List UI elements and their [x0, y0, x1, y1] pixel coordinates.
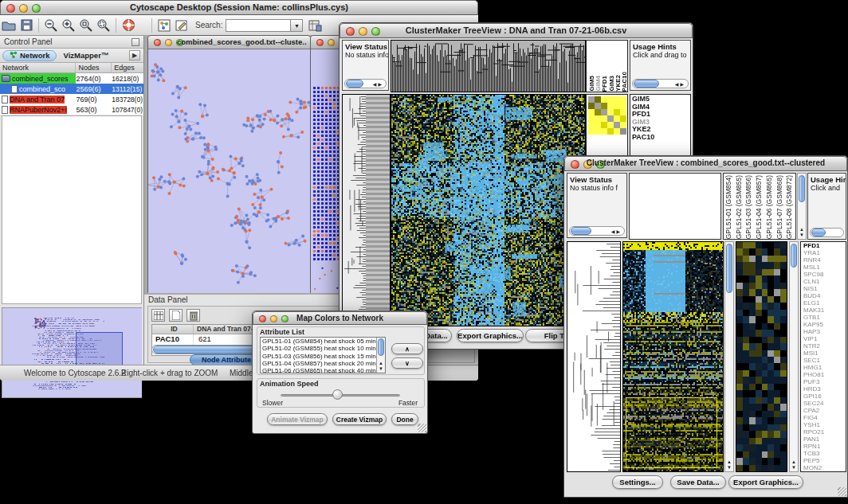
scrollbar-thumb[interactable] — [799, 175, 805, 202]
tv2-column-dendrogram[interactable] — [629, 173, 721, 240]
gene-label[interactable]: BUD4 — [803, 292, 846, 299]
matrix-cell[interactable] — [595, 109, 601, 115]
scrollbar-arrows[interactable]: ◀▶ — [373, 81, 386, 87]
new-attribute-icon[interactable] — [169, 309, 183, 322]
matrix-cell[interactable] — [614, 96, 620, 103]
gene-label[interactable]: HMG1 — [803, 364, 846, 371]
tab-overflow-button[interactable]: ▶ — [129, 50, 140, 61]
attribute-list-item[interactable]: GPL51-01 (GSM854) heat shock 05 min — [261, 338, 385, 345]
tab-network[interactable]: Network — [2, 50, 57, 61]
scrollbar-arrows[interactable]: ▲▼ — [725, 459, 733, 471]
scrollbar-thumb[interactable] — [811, 229, 826, 236]
treeview1-titlebar[interactable]: ClusterMaker TreeView : DNA and Tran 07-… — [340, 23, 693, 38]
gene-label[interactable]: TCB3 — [803, 450, 846, 457]
network-row[interactable]: DNA and Tran 07769(0)183728(0) — [0, 94, 143, 104]
resize-grip[interactable] — [838, 487, 846, 496]
gene-label[interactable]: SPC98 — [803, 271, 846, 278]
matrix-cell[interactable] — [620, 122, 626, 128]
network-overview-canvas[interactable] — [2, 308, 142, 397]
minimize-button[interactable] — [165, 39, 172, 46]
gene-label[interactable]: GTB1 — [803, 314, 846, 321]
attribute-list-item[interactable]: GPL51-03 (GSM856) heat shock 15 min — [261, 353, 385, 360]
attribute-list-item[interactable]: GPL51-02 (GSM855) heat shock 10 min — [261, 345, 385, 352]
attribute-list[interactable]: GPL51-01 (GSM854) heat shock 05 minGPL51… — [260, 337, 386, 373]
move-up-button[interactable]: ∧ — [391, 343, 423, 354]
tv2-gene-list[interactable]: PFD1YRA1RNR4MSL1SPC98CLN1NIS1BUD4ELG1MAK… — [800, 241, 846, 472]
scrollbar-thumb[interactable] — [791, 244, 797, 268]
scrollbar-arrows[interactable]: ▲▼ — [798, 227, 806, 238]
matrix-cell[interactable] — [601, 109, 607, 115]
attribute-list-item[interactable]: GPL51-04 (GSM857) heat shock 20 min — [261, 360, 385, 367]
animate-vizmap-button[interactable]: Animate Vizmap — [267, 413, 328, 425]
gene-label[interactable]: PEP5 — [803, 457, 846, 464]
gene-label[interactable]: PHO81 — [803, 371, 846, 378]
matrix-cell[interactable] — [601, 103, 607, 109]
matrix-cell[interactable] — [595, 128, 601, 135]
gene-label[interactable]: NTR2 — [803, 342, 846, 350]
gene-label[interactable]: MSL1 — [803, 264, 846, 271]
matrix-cell[interactable] — [620, 96, 626, 103]
gene-label[interactable]: RNR4 — [803, 256, 846, 264]
float-panel-icon[interactable] — [132, 38, 139, 46]
matrix-cell[interactable] — [607, 122, 614, 128]
gene-label[interactable]: PUF3 — [803, 378, 846, 385]
attribute-list-item[interactable]: GPL51-06 (GSM865) heat shock 40 min — [261, 367, 385, 373]
gene-label[interactable]: PAN1 — [803, 436, 846, 443]
matrix-cell[interactable] — [601, 122, 607, 128]
scrollbar-thumb[interactable] — [346, 80, 363, 88]
matrix-cell[interactable] — [614, 128, 620, 135]
tv2-zoom-heatmap[interactable] — [736, 241, 787, 472]
gene-label[interactable]: MON2 — [803, 464, 846, 471]
zoom-out-icon[interactable] — [42, 18, 60, 33]
gene-label[interactable]: GPI16 — [803, 393, 846, 400]
gene-label[interactable]: CLN1 — [803, 278, 846, 285]
gene-label[interactable]: YRA1 — [803, 249, 846, 256]
scrollbar-thumb[interactable] — [634, 80, 659, 88]
tv2-row-dendrogram[interactable] — [567, 241, 621, 472]
column-header-id[interactable]: ID — [152, 325, 194, 334]
scrollbar-arrows[interactable]: ◀▶ — [611, 229, 624, 234]
matrix-cell[interactable] — [620, 103, 626, 109]
column-header-network[interactable]: Network — [0, 63, 76, 72]
tv2-button-settings[interactable]: Settings... — [612, 475, 663, 489]
matrix-cell[interactable] — [601, 128, 607, 135]
tv2-button-savedata[interactable]: Save Data... — [670, 475, 726, 489]
animation-slider-thumb[interactable] — [332, 389, 343, 400]
matrix-cell[interactable] — [601, 96, 607, 103]
import-table-icon[interactable] — [306, 18, 324, 33]
gene-label[interactable]: KAP95 — [803, 321, 846, 328]
scrollbar-arrows[interactable]: ▲▼ — [790, 459, 798, 471]
matrix-cell[interactable] — [614, 122, 620, 128]
annotation-icon[interactable] — [173, 18, 190, 33]
gene-label[interactable]: CPA2 — [803, 407, 846, 414]
matrix-cell[interactable] — [614, 103, 620, 109]
tv2-status-hscrollbar[interactable]: ◀▶ — [569, 226, 625, 236]
treeview2-titlebar[interactable]: ClusterMaker TreeView : combined_scores_… — [564, 156, 847, 171]
attribute-list-vscrollbar[interactable]: ▲▼ — [376, 338, 385, 373]
network-row[interactable]: combined_sco2569(6)13112(15) — [0, 84, 143, 94]
vizmapper-icon[interactable] — [155, 18, 173, 33]
move-down-button[interactable]: ∨ — [391, 357, 423, 369]
gene-label-highlighted[interactable]: PFD1 — [803, 242, 846, 249]
tv1-hints-hscrollbar[interactable]: ◀▶ — [632, 79, 689, 88]
done-button[interactable]: Done — [391, 413, 418, 425]
tab-vizmapper[interactable]: VizMapper™ — [57, 50, 115, 61]
column-header-nodes[interactable]: Nodes — [76, 63, 112, 72]
gene-label[interactable]: HAP3 — [803, 328, 846, 335]
resize-grip[interactable] — [418, 424, 426, 432]
network-view-canvas[interactable] — [148, 50, 310, 293]
matrix-cell[interactable] — [595, 122, 601, 128]
help-lifesaver-icon[interactable] — [120, 18, 137, 33]
scrollbar-arrows[interactable]: ▲▼ — [377, 361, 385, 372]
network-row[interactable]: RNAPuberNov2+I563(0)107847(0) — [0, 104, 143, 115]
matrix-cell[interactable] — [620, 128, 626, 135]
gene-label[interactable]: ELG1 — [803, 299, 846, 307]
matrix-cell[interactable] — [595, 96, 601, 103]
scrollb ar-arrows[interactable]: ◀▶ — [675, 81, 688, 87]
scrollbar-thumb[interactable] — [378, 338, 384, 356]
gene-label[interactable]: MSI1 — [803, 350, 846, 357]
gene-label[interactable]: NIS1 — [803, 285, 846, 292]
tv2-global-heatmap[interactable] — [622, 241, 724, 472]
tv2-genelist-vscrollbar[interactable]: ▲▼ — [789, 241, 799, 472]
matrix-cell[interactable] — [588, 103, 595, 109]
